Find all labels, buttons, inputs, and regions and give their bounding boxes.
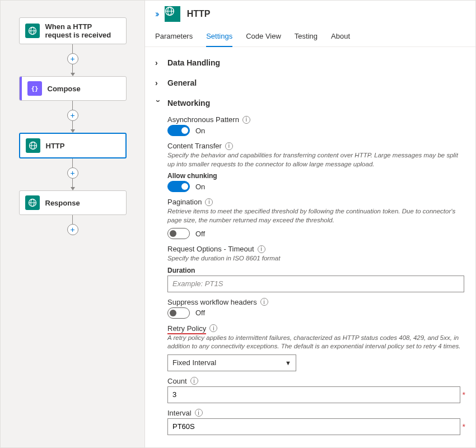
svg-text:{}: {} <box>31 85 38 92</box>
toggle-suppress[interactable] <box>167 307 190 319</box>
toggle-state: Off <box>195 230 205 238</box>
connector: + <box>67 44 78 76</box>
toggle-pagination[interactable] <box>167 228 190 239</box>
label-duration: Duration <box>167 267 465 274</box>
connector: + <box>67 158 78 190</box>
info-icon[interactable]: i <box>190 377 198 385</box>
label-count: Count <box>167 377 187 385</box>
label-async: Asynchronous Pattern <box>167 115 239 124</box>
add-step-button[interactable]: + <box>67 53 78 64</box>
input-retry-interval[interactable] <box>167 418 460 435</box>
label-allow-chunking: Allow chunking <box>167 172 465 180</box>
info-icon[interactable]: i <box>242 116 250 124</box>
chevron-down-icon: › <box>154 100 163 106</box>
tab-bar: Parameters Settings Code View Testing Ab… <box>145 24 475 47</box>
info-icon[interactable]: i <box>195 409 203 417</box>
globe-icon <box>26 138 40 153</box>
desc-content-transfer: Specify the behavior and capabilities fo… <box>167 151 465 169</box>
info-icon[interactable]: i <box>225 142 233 150</box>
add-step-button[interactable]: + <box>67 110 78 121</box>
globe-icon <box>25 24 40 38</box>
desc-pagination: Retrieve items to meet the specified thr… <box>167 207 465 225</box>
globe-icon <box>25 195 40 210</box>
info-icon[interactable]: i <box>258 245 265 253</box>
toggle-async[interactable] <box>167 125 190 136</box>
required-indicator: * <box>463 390 465 399</box>
node-response[interactable]: Response <box>19 190 127 215</box>
add-step-button[interactable]: + <box>67 224 78 235</box>
info-icon[interactable]: i <box>205 198 213 206</box>
desc-retry: A retry policy applies to intermittent f… <box>167 334 465 351</box>
tab-parameters[interactable]: Parameters <box>155 29 193 46</box>
chevron-right-icon: › <box>155 78 162 87</box>
braces-icon: {} <box>27 81 42 96</box>
node-label: HTTP <box>46 142 65 150</box>
required-indicator: * <box>463 422 465 431</box>
details-panel: ›› HTTP Parameters Settings Code View Te… <box>145 1 475 447</box>
toggle-state: On <box>195 183 205 191</box>
tab-settings[interactable]: Settings <box>206 29 232 47</box>
info-icon[interactable]: i <box>209 324 217 332</box>
node-label: Response <box>45 199 80 207</box>
toggle-state: On <box>195 127 205 135</box>
info-icon[interactable]: i <box>260 298 268 306</box>
tab-about[interactable]: About <box>331 29 350 46</box>
label-content-transfer: Content Transfer <box>167 142 222 150</box>
node-http[interactable]: HTTP <box>19 133 127 158</box>
collapse-icon[interactable]: ›› <box>155 9 158 19</box>
label-timeout: Request Options - Timeout <box>167 245 254 253</box>
select-retry-type[interactable]: Fixed Interval ▼ <box>167 354 296 371</box>
tab-testing[interactable]: Testing <box>295 29 318 46</box>
toggle-state: Off <box>195 309 205 317</box>
node-trigger[interactable]: When a HTTP request is received <box>19 17 127 44</box>
section-general[interactable]: › General <box>155 76 465 90</box>
connector: + <box>67 101 78 133</box>
label-pagination: Pagination <box>167 198 202 206</box>
chevron-right-icon: › <box>155 58 162 67</box>
section-data-handling[interactable]: › Data Handling <box>155 56 465 69</box>
chevron-down-icon: ▼ <box>285 360 291 366</box>
desc-timeout: Specify the duration in ISO 8601 format <box>167 254 465 263</box>
panel-title: HTTP <box>187 9 211 19</box>
input-duration[interactable] <box>167 276 464 292</box>
designer-canvas: When a HTTP request is received + {} Com… <box>1 1 145 447</box>
node-compose[interactable]: {} Compose <box>19 76 127 101</box>
input-retry-count[interactable] <box>167 386 460 403</box>
section-networking[interactable]: › Networking <box>155 96 465 110</box>
globe-icon <box>165 6 180 22</box>
toggle-chunking[interactable] <box>167 181 190 192</box>
label-suppress: Suppress workflow headers <box>167 298 257 306</box>
label-retry-policy: Retry Policy <box>167 324 206 333</box>
add-step-button[interactable]: + <box>67 167 78 179</box>
node-label: Compose <box>48 85 81 93</box>
node-label: When a HTTP request is received <box>45 22 120 39</box>
connector: + <box>67 215 78 235</box>
tab-codeview[interactable]: Code View <box>246 29 281 46</box>
label-interval: Interval <box>167 409 192 417</box>
